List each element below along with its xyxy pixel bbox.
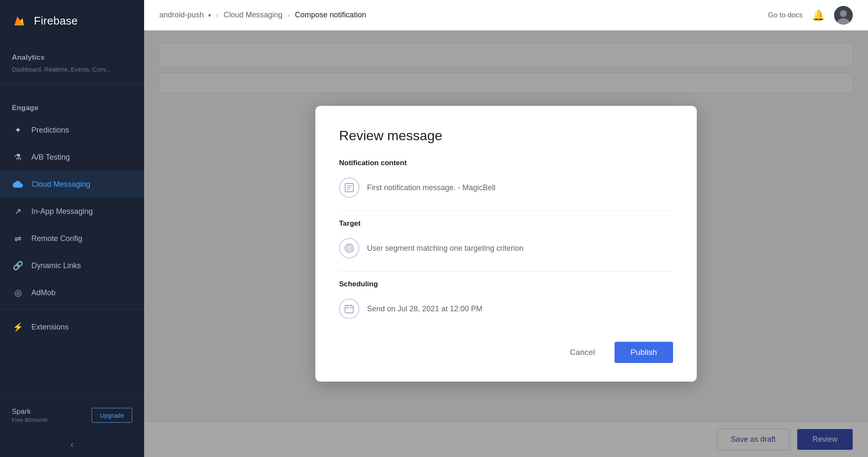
scheduling-row: Send on Jul 28, 2021 at 12:00 PM: [339, 295, 673, 328]
collapse-icon: ‹: [70, 439, 73, 450]
cloud-messaging-label: Cloud Messaging: [31, 180, 90, 189]
breadcrumb-project[interactable]: android-push ▾: [159, 11, 211, 19]
ab-testing-label: A/B Testing: [31, 153, 70, 162]
breadcrumb-sep-1: ›: [216, 11, 218, 19]
user-avatar[interactable]: [834, 6, 853, 25]
notifications-bell-icon[interactable]: 🔔: [812, 9, 825, 21]
in-app-messaging-label: In-App Messaging: [31, 207, 93, 216]
svg-point-5: [840, 10, 847, 17]
ab-testing-icon: ⚗: [12, 151, 24, 163]
app-name: Firebase: [34, 14, 78, 28]
firebase-logo-icon: [10, 12, 28, 30]
dynamic-links-icon: 🔗: [12, 260, 24, 271]
spark-price: Free $0/month: [12, 417, 48, 423]
dynamic-links-label: Dynamic Links: [31, 261, 81, 270]
spark-info: Spark Free $0/month: [12, 407, 48, 423]
topbar: android-push ▾ › Cloud Messaging › Compo…: [144, 0, 868, 30]
topbar-right: Go to docs 🔔: [768, 6, 853, 25]
publish-button[interactable]: Publish: [615, 342, 673, 363]
project-name: android-push: [159, 11, 204, 19]
modal-divider-1: [339, 210, 673, 211]
target-row: User segment matching one targeting crit…: [339, 235, 673, 268]
main-content: android-push ▾ › Cloud Messaging › Compo…: [144, 0, 868, 457]
analytics-label: Analytics: [0, 42, 144, 66]
analytics-sub: Dashboard, Realtime, Events, Conv...: [0, 66, 144, 80]
target-text: User segment matching one targeting crit…: [367, 244, 523, 253]
go-to-docs-link[interactable]: Go to docs: [768, 11, 803, 19]
notification-content-row: First notification message. - MagicBell: [339, 174, 673, 207]
sidebar: Firebase Analytics Dashboard, Realtime, …: [0, 0, 144, 457]
notification-content-text: First notification message. - MagicBell: [367, 183, 495, 192]
breadcrumb-section: Cloud Messaging: [223, 11, 282, 19]
sidebar-item-remote-config[interactable]: ⇌ Remote Config: [0, 225, 144, 252]
engage-section: Engage ✦ Predictions ⚗ A/B Testing Cloud…: [0, 92, 144, 306]
sidebar-item-predictions[interactable]: ✦ Predictions: [0, 116, 144, 144]
sidebar-bottom: Spark Free $0/month Upgrade ‹: [0, 398, 144, 457]
in-app-messaging-icon: ↗: [12, 205, 24, 217]
breadcrumb-sep-2: ›: [287, 11, 289, 19]
svg-rect-14: [345, 305, 353, 313]
sidebar-item-extensions[interactable]: ⚡ Extensions: [0, 313, 144, 341]
sidebar-item-cloud-messaging[interactable]: Cloud Messaging: [0, 171, 144, 198]
remote-config-label: Remote Config: [31, 234, 82, 243]
breadcrumb-current: Compose notification: [295, 11, 366, 19]
upgrade-button[interactable]: Upgrade: [92, 408, 132, 423]
sidebar-item-admob[interactable]: ◎ AdMob: [0, 279, 144, 306]
extensions-icon: ⚡: [12, 321, 24, 333]
modal-divider-2: [339, 271, 673, 271]
sidebar-header: Firebase: [0, 0, 144, 42]
predictions-icon: ✦: [12, 124, 24, 136]
modal-actions: Cancel Publish: [339, 342, 673, 363]
sidebar-item-dynamic-links[interactable]: 🔗 Dynamic Links: [0, 252, 144, 279]
sidebar-item-in-app-messaging[interactable]: ↗ In-App Messaging: [0, 198, 144, 225]
spark-plan: Spark: [12, 407, 48, 416]
scheduling-icon: [339, 299, 359, 319]
spark-section: Spark Free $0/month Upgrade: [0, 398, 144, 432]
target-icon: [339, 238, 359, 258]
review-message-modal: Review message Notification content Firs…: [315, 106, 697, 382]
target-label: Target: [339, 219, 673, 228]
modal-overlay: Review message Notification content Firs…: [144, 30, 868, 457]
notification-content-icon: [339, 177, 359, 198]
admob-label: AdMob: [31, 288, 56, 297]
notification-content-label: Notification content: [339, 159, 673, 167]
cloud-messaging-icon: [12, 178, 24, 190]
scheduling-text: Send on Jul 28, 2021 at 12:00 PM: [367, 305, 482, 313]
sidebar-item-ab-testing[interactable]: ⚗ A/B Testing: [0, 144, 144, 171]
predictions-label: Predictions: [31, 126, 69, 135]
modal-title: Review message: [339, 128, 673, 144]
remote-config-icon: ⇌: [12, 233, 24, 244]
project-dropdown-icon: ▾: [208, 12, 211, 19]
cancel-button[interactable]: Cancel: [558, 342, 607, 363]
collapse-button[interactable]: ‹: [0, 432, 144, 457]
content-area: Review message Notification content Firs…: [144, 30, 868, 457]
scheduling-label: Scheduling: [339, 280, 673, 288]
analytics-section: Analytics Dashboard, Realtime, Events, C…: [0, 42, 144, 80]
engage-label: Engage: [0, 92, 144, 116]
admob-icon: ◎: [12, 287, 24, 299]
svg-point-13: [348, 247, 350, 249]
extensions-label: Extensions: [31, 323, 69, 332]
breadcrumb: android-push ▾ › Cloud Messaging › Compo…: [159, 11, 768, 19]
